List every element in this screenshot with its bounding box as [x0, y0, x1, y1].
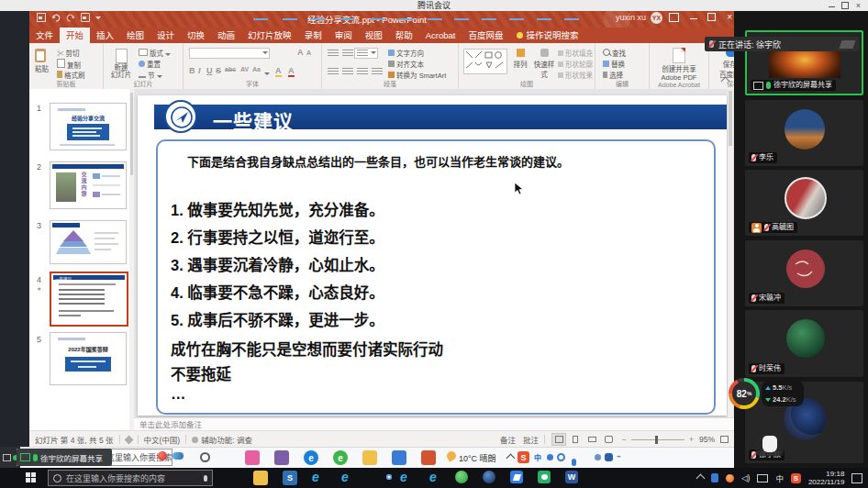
tab-file[interactable]: 文件 — [29, 28, 60, 43]
account-avatar[interactable]: YX — [651, 12, 662, 24]
meeting-minimize-icon[interactable] — [829, 2, 835, 7]
tab-slideshow[interactable]: 幻灯片放映 — [241, 28, 298, 43]
text-direction-button[interactable]: 文字方向 — [388, 48, 424, 58]
participant-tile[interactable]: 李乐 — [745, 100, 863, 166]
person-tray-icon[interactable] — [595, 454, 601, 460]
meeting-restore-icon[interactable] — [841, 2, 849, 9]
align-left-icon[interactable] — [328, 68, 339, 76]
edge-icon[interactable]: e — [304, 450, 318, 465]
volume-icon[interactable]: ◁) — [741, 473, 750, 482]
file-explorer-button[interactable] — [253, 471, 268, 485]
strikethrough-button[interactable]: S — [216, 66, 221, 75]
account-name[interactable]: yuxin xu — [616, 13, 646, 22]
zoom-slider[interactable] — [631, 439, 684, 440]
shrink-font-button[interactable]: A — [306, 50, 311, 56]
highlight-button[interactable]: A — [275, 66, 282, 77]
clock[interactable]: 19:18 2022/11/19 — [808, 470, 844, 486]
ie-icon[interactable]: e — [341, 471, 349, 483]
tab-help[interactable]: 帮助 — [389, 28, 419, 43]
cortana-icon[interactable] — [200, 452, 210, 462]
change-case-button[interactable]: Aa — [252, 66, 261, 72]
tab-view[interactable]: 视图 — [359, 28, 389, 43]
tab-record[interactable]: 录制 — [298, 28, 328, 43]
indent-icon[interactable] — [357, 50, 368, 58]
create-share-pdf-button[interactable]: 创建并共享 Adobe PDF — [657, 48, 701, 82]
zoom-in-icon[interactable]: + — [689, 435, 694, 444]
zoom-out-icon[interactable]: − — [622, 435, 627, 444]
slide-counter[interactable]: 幻灯片 第 4 张, 共 5 张 — [35, 434, 114, 445]
paste-button[interactable]: 粘贴 — [35, 49, 49, 73]
thumbnail-slide-1[interactable]: 经验分享交流 — [50, 103, 127, 150]
thumbnail-slide-5[interactable]: 2022年国奖答辩 — [50, 332, 127, 385]
touchpad-icon[interactable] — [757, 474, 768, 482]
wrench-tray-icon[interactable]: ⌁ — [617, 452, 621, 460]
cut-button[interactable]: ✂ 剪切 — [57, 48, 80, 58]
font-name-select[interactable] — [189, 48, 270, 59]
arrange-button[interactable]: 排列 — [510, 49, 530, 69]
sogou-tray-icon[interactable]: S — [517, 451, 529, 463]
find-button[interactable]: 查找 — [603, 48, 626, 58]
tab-review[interactable]: 审阅 — [328, 28, 359, 43]
weather-status[interactable]: 10°C 晴朗 — [459, 452, 496, 464]
spell-check-icon[interactable] — [124, 435, 133, 444]
desktop-gadget-icon[interactable] — [158, 451, 167, 460]
powerpoint-icon[interactable] — [421, 450, 436, 465]
reading-view-icon[interactable] — [584, 433, 599, 446]
ppt-close-icon[interactable]: × — [727, 13, 732, 22]
font-color-button[interactable]: A — [288, 66, 295, 77]
ie-icon[interactable]: e — [312, 471, 319, 483]
tray-dot-icon[interactable] — [547, 454, 553, 460]
slideshow-view-icon[interactable] — [601, 433, 616, 446]
notes-button[interactable]: 备注 — [500, 434, 516, 445]
align-text-button[interactable]: 对齐文本 — [388, 59, 424, 69]
tab-home[interactable]: 开始 — [60, 28, 90, 43]
canvas-scrollbar[interactable] — [728, 89, 733, 417]
tab-design[interactable]: 设计 — [150, 28, 181, 43]
bullets-icon[interactable] — [328, 50, 339, 58]
thumbnail-slide-2[interactable]: 交流内容 — [50, 161, 127, 209]
huorong-icon[interactable] — [726, 474, 734, 482]
justify-icon[interactable] — [372, 68, 383, 76]
fit-slide-icon[interactable] — [720, 436, 729, 443]
clock-tray-icon[interactable] — [557, 453, 565, 461]
app-icon-pink[interactable] — [245, 450, 260, 465]
taskbar-search-box[interactable]: 在这里输入你要搜索的内容 — [48, 470, 213, 486]
wechat-icon[interactable] — [538, 471, 551, 483]
sogou-tray-icon[interactable]: S — [791, 473, 801, 483]
shape-fill-button[interactable]: 形状填充 — [558, 48, 593, 58]
tray-expand-icon[interactable] — [696, 473, 706, 482]
app-icon-green[interactable]: e — [333, 450, 348, 465]
mic-tray-icon[interactable] — [572, 459, 576, 466]
ppt-minimize-icon[interactable] — [690, 13, 697, 19]
layout-button[interactable]: 版式 — [139, 48, 171, 58]
word-icon[interactable]: W — [565, 471, 578, 483]
participant-tile[interactable]: 宋赣冲 — [745, 240, 863, 306]
align-right-icon[interactable] — [357, 68, 368, 76]
ime-indicator[interactable]: 中 — [775, 472, 784, 483]
participant-tile[interactable]: 时荣伟 — [745, 310, 863, 377]
ime-tray-icon[interactable]: 中 — [534, 452, 541, 462]
tab-baidu-netdisk[interactable]: 百度网盘 — [462, 28, 509, 43]
numbering-icon[interactable] — [342, 50, 353, 58]
tab-transitions[interactable]: 切换 — [181, 28, 211, 43]
clear-strike-button[interactable]: abc — [225, 66, 236, 72]
thumbnail-slide-3[interactable] — [50, 220, 127, 264]
language-status[interactable]: 中文(中国) — [144, 434, 181, 445]
ie-icon[interactable]: e — [429, 471, 437, 483]
tencent-meeting-icon[interactable] — [510, 471, 523, 483]
comments-button[interactable]: 批注 — [523, 434, 539, 445]
ribbon-display-options-icon[interactable] — [669, 13, 679, 22]
accessibility-status[interactable]: 辅助功能: 调查 — [201, 434, 252, 445]
tray-app-icon[interactable] — [605, 453, 613, 461]
qq-icon[interactable] — [483, 471, 495, 483]
tab-draw[interactable]: 绘图 — [120, 28, 150, 43]
participant-tile[interactable]: 高毓图 — [745, 170, 863, 236]
replace-button[interactable]: 替换 — [603, 59, 625, 69]
notes-pane[interactable]: 单击此处添加备注 — [134, 417, 734, 430]
new-slide-button[interactable]: 新建 幻灯片 — [109, 49, 133, 79]
desktop-gadget-icon[interactable] — [172, 452, 184, 460]
meeting-close-icon[interactable]: × — [854, 2, 862, 9]
file-explorer-icon[interactable] — [362, 450, 377, 465]
tab-acrobat[interactable]: Acrobat — [419, 28, 462, 43]
start-button[interactable] — [26, 472, 37, 483]
